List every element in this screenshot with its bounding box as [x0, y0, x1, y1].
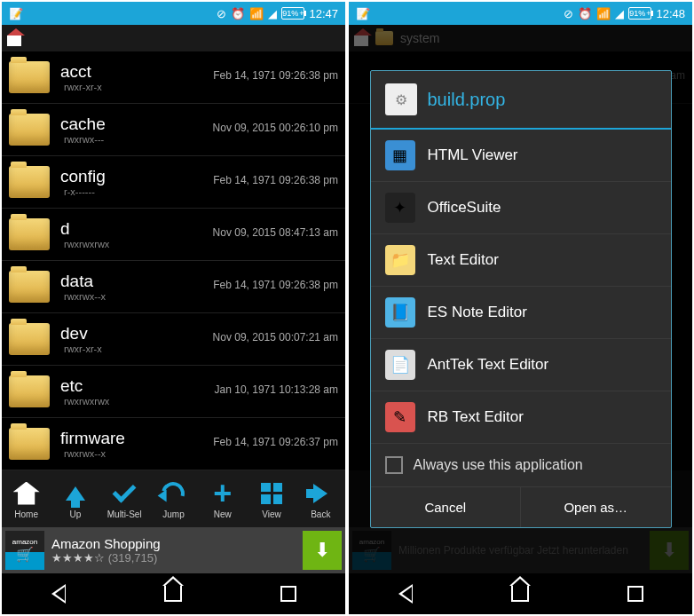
alarm-icon: ⏰: [231, 7, 245, 20]
cancel-button[interactable]: Cancel: [371, 487, 522, 527]
jump-button[interactable]: Jump: [149, 479, 197, 519]
signal-icon: ◢: [615, 7, 624, 20]
folder-icon: [9, 375, 50, 407]
file-permissions: rwxr-xr-x: [64, 344, 202, 354]
app-option[interactable]: ✎ RB Text Editor: [371, 391, 671, 444]
always-checkbox[interactable]: [385, 456, 403, 474]
status-bar: 📝 ⊘ ⏰ 📶 ◢ 91%+ 12:47: [2, 2, 345, 25]
home-path-icon[interactable]: [7, 30, 21, 46]
phone-right: 📝 ⊘ ⏰ 📶 ◢ 91%+ 12:48 system rwxrwx--- Ja…: [349, 2, 692, 614]
modal-overlay[interactable]: ⚙ build.prop ▦ HTML Viewer✦ OfficeSuite📁…: [349, 25, 692, 573]
file-permissions: rwxrwxrwx: [64, 239, 202, 249]
file-row[interactable]: etc rwxrwxrwx Jan 10, 1971 10:13:28 am: [2, 366, 345, 418]
app-icon: 📘: [385, 297, 415, 328]
folder-icon: [9, 271, 50, 303]
ad-image: amazon🛒: [5, 531, 44, 570]
toolbar: HomeUpMulti-SelJump+NewViewBack: [2, 470, 345, 527]
ad-title: Amazon Shopping: [51, 536, 296, 551]
file-row[interactable]: d rwxrwxrwx Nov 09, 2015 08:47:13 am: [2, 209, 345, 261]
status-bar: 📝 ⊘ ⏰ 📶 ◢ 91%+ 12:48: [349, 2, 692, 25]
nav-back-icon[interactable]: [398, 584, 413, 604]
back-button[interactable]: Back: [296, 479, 344, 519]
clock: 12:48: [656, 7, 685, 20]
new-icon: +: [209, 479, 237, 508]
nav-back-icon[interactable]: [51, 584, 66, 604]
battery-icon: 91%+: [281, 7, 304, 20]
app-name: RB Text Editor: [428, 408, 524, 426]
file-icon: ⚙: [385, 83, 417, 115]
dialog-title: build.prop: [428, 90, 506, 110]
file-permissions: r-x------: [64, 186, 202, 197]
file-date: Jan 10, 1971 10:13:28 am: [215, 383, 338, 396]
nav-home-icon[interactable]: [164, 586, 182, 602]
signal-icon: ◢: [268, 7, 277, 20]
app-icon: 📁: [385, 245, 415, 275]
nav-recent-icon[interactable]: [627, 586, 643, 602]
app-option[interactable]: ▦ HTML Viewer: [371, 130, 671, 182]
phone-left: 📝 ⊘ ⏰ 📶 ◢ 91%+ 12:47 acct rwxr-xr-x Feb …: [2, 2, 345, 614]
file-row[interactable]: data rwxrwx--x Feb 14, 1971 09:26:38 pm: [2, 261, 345, 313]
notepad-icon: 📝: [9, 7, 23, 20]
jump-icon: [159, 479, 187, 508]
app-name: ES Note Editor: [428, 304, 527, 321]
ad-banner[interactable]: amazon🛒 Amazon Shopping ★★★★☆ (319,715) …: [2, 527, 345, 573]
clock: 12:47: [309, 7, 338, 20]
file-row[interactable]: dev rwxr-xr-x Nov 09, 2015 00:07:21 am: [2, 313, 345, 366]
file-name: firmware: [60, 430, 202, 446]
always-use-row[interactable]: Always use this application: [371, 444, 671, 487]
view-icon: [257, 479, 286, 508]
file-name: dev: [60, 325, 202, 342]
new-button[interactable]: +New: [199, 479, 247, 519]
home-icon: [12, 479, 41, 508]
multisel-icon: [110, 479, 138, 508]
notepad-icon: 📝: [356, 7, 370, 20]
up-icon: [61, 479, 90, 508]
wifi-icon: 📶: [249, 7, 264, 20]
folder-icon: [9, 218, 50, 250]
app-icon: ✎: [385, 402, 415, 432]
app-name: AntTek Text Editor: [428, 356, 549, 374]
app-icon: ▦: [385, 140, 415, 170]
battery-icon: 91%+: [628, 7, 651, 20]
android-navbar: [2, 573, 345, 614]
path-bar[interactable]: [2, 25, 345, 51]
file-name: acct: [60, 63, 202, 80]
no-sim-icon: ⊘: [217, 7, 226, 20]
file-permissions: rwxr-xr-x: [64, 82, 202, 92]
file-date: Feb 14, 1971 09:26:38 pm: [213, 69, 338, 82]
app-option[interactable]: 📄 AntTek Text Editor: [371, 339, 671, 391]
file-row[interactable]: acct rwxr-xr-x Feb 14, 1971 09:26:38 pm: [2, 51, 345, 104]
file-date: Feb 14, 1971 09:26:38 pm: [213, 174, 338, 186]
file-name: etc: [60, 377, 204, 394]
view-button[interactable]: View: [248, 479, 296, 519]
file-permissions: rwxrwxrwx: [64, 396, 204, 407]
nav-home-icon[interactable]: [511, 586, 529, 602]
app-icon: ✦: [385, 193, 415, 223]
home-button[interactable]: Home: [3, 479, 51, 519]
app-option[interactable]: 📁 Text Editor: [371, 234, 671, 287]
file-permissions: rwxrwx---: [64, 134, 202, 145]
file-list: acct rwxr-xr-x Feb 14, 1971 09:26:38 pm …: [2, 51, 345, 470]
nav-recent-icon[interactable]: [280, 586, 296, 602]
folder-icon: [9, 166, 50, 198]
no-sim-icon: ⊘: [564, 7, 573, 20]
folder-icon: [9, 114, 50, 146]
file-row[interactable]: cache rwxrwx--- Nov 09, 2015 00:26:10 pm: [2, 104, 345, 156]
file-row[interactable]: firmware rwxrwx--x Feb 14, 1971 09:26:37…: [2, 418, 345, 470]
file-date: Nov 09, 2015 08:47:13 am: [213, 226, 338, 239]
file-name: d: [60, 220, 202, 237]
app-option[interactable]: 📘 ES Note Editor: [371, 287, 671, 339]
file-date: Feb 14, 1971 09:26:37 pm: [213, 436, 338, 448]
android-navbar: [349, 573, 692, 614]
folder-icon: [9, 428, 50, 460]
up-button[interactable]: Up: [51, 479, 99, 519]
file-row[interactable]: config r-x------ Feb 14, 1971 09:26:38 p…: [2, 156, 345, 209]
file-name: config: [60, 168, 202, 185]
app-option[interactable]: ✦ OfficeSuite: [371, 182, 671, 234]
app-name: OfficeSuite: [428, 199, 501, 217]
ad-download-button[interactable]: ⬇: [303, 531, 342, 570]
folder-icon: [9, 323, 50, 355]
open-as-button[interactable]: Open as…: [521, 487, 671, 527]
multisel-button[interactable]: Multi-Sel: [100, 479, 148, 519]
back-icon: [306, 479, 335, 508]
